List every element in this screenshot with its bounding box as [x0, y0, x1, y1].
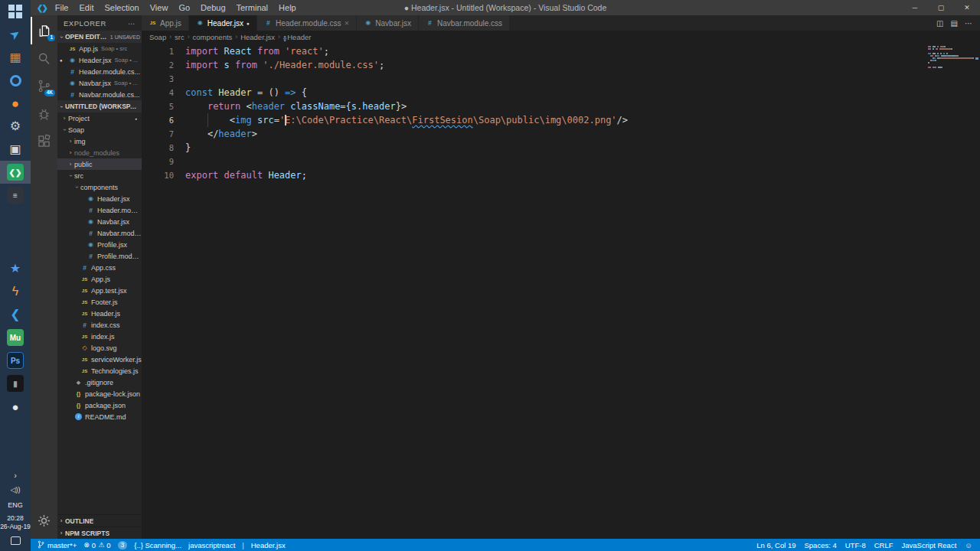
firefox-icon[interactable]: ●	[0, 92, 31, 115]
git-branch-item[interactable]: master*+	[37, 540, 77, 549]
more-actions-icon[interactable]: ⋯	[965, 19, 972, 28]
language-indicator[interactable]: ENG	[0, 497, 31, 512]
tree-item-header-jsx[interactable]: ◉Header.jsx	[57, 193, 142, 204]
tab-navbar-module-css[interactable]: #Navbar.module.css	[419, 15, 510, 31]
tree-item-img[interactable]: ›img	[57, 135, 142, 147]
code-line-10[interactable]: 10export default Header;	[142, 168, 919, 182]
tree-item-technologies-js[interactable]: JSTechnologies.js	[57, 365, 142, 377]
tree-item-node-modules[interactable]: ›node_modules	[57, 147, 142, 158]
tree-item-project[interactable]: ›Project●	[57, 112, 142, 124]
tree-item-app-css[interactable]: #App.css	[57, 262, 142, 273]
menu-view[interactable]: View	[145, 0, 174, 15]
lightning-app-icon[interactable]: ϟ	[0, 280, 31, 303]
tree-item-footer-js[interactable]: JSFooter.js	[57, 296, 142, 308]
tray-expand-icon[interactable]: ›	[0, 468, 31, 483]
layout-icon[interactable]: ▤	[951, 19, 958, 28]
open-editor-item-header-jsx[interactable]: ●◉Header.jsxSoap • ...	[57, 54, 142, 66]
settings-gear-icon[interactable]	[31, 507, 57, 534]
explorer-icon[interactable]: 1	[31, 17, 57, 44]
code-line-4[interactable]: 4const Header = () => {	[142, 86, 919, 99]
tree-item-package-json[interactable]: {}package.json	[57, 399, 142, 411]
problems-item[interactable]: ⊗ 0 ⚠ 0	[83, 541, 110, 549]
code-line-9[interactable]: 9	[142, 155, 919, 168]
npm-scripts-header[interactable]: › NPM SCRIPTS	[57, 527, 142, 539]
code-line-6[interactable]: 6 <img src='E:\Code\Practice\React\First…	[142, 113, 919, 127]
menu-selection[interactable]: Selection	[99, 0, 144, 15]
status-javascript-react[interactable]: JavaScript React	[901, 541, 956, 549]
tree-item-profile-jsx[interactable]: ◉Profile.jsx	[57, 239, 142, 250]
breadcrumb-item-soap[interactable]: Soap	[149, 33, 166, 41]
browser-icon[interactable]	[0, 69, 31, 92]
source-control-icon[interactable]: 4K	[31, 72, 57, 99]
menu-file[interactable]: File	[50, 0, 74, 15]
tree-item-header-module-css[interactable]: #Header.module.css	[57, 204, 142, 216]
tree-item-soap[interactable]: ›Soap	[57, 124, 142, 135]
menu-debug[interactable]: Debug	[195, 0, 230, 15]
tab-app-js[interactable]: JSApp.js	[142, 15, 189, 31]
status-ln-6-col-19[interactable]: Ln 6, Col 19	[756, 541, 795, 549]
tab-header-module-css[interactable]: #Header.module.css✕	[257, 15, 357, 31]
open-editor-item-navbar-jsx[interactable]: ◉Navbar.jsxSoap • ...	[57, 77, 142, 89]
menu-terminal[interactable]: Terminal	[231, 0, 274, 15]
language-mode-item[interactable]: javascriptreact	[188, 541, 235, 549]
mu-editor-icon[interactable]: Mu	[0, 326, 31, 349]
minimap[interactable]	[928, 46, 972, 69]
debug-icon[interactable]	[31, 99, 57, 127]
tree-item-index-js[interactable]: JSindex.js	[57, 331, 142, 342]
status-crlf[interactable]: CRLF	[874, 541, 893, 549]
open-editors-header[interactable]: › OPEN EDITORS 1 UNSAVED	[57, 31, 142, 43]
breadcrumb-item-header-jsx[interactable]: Header.jsx	[240, 33, 275, 41]
tab-header-jsx[interactable]: ◉Header.jsx●	[189, 15, 257, 31]
open-editor-item-app-js[interactable]: JSApp.jsSoap • src	[57, 43, 142, 54]
send-app-icon[interactable]: ➤	[0, 23, 31, 46]
menu-go[interactable]: Go	[173, 0, 195, 15]
tree-item-navbar-jsx[interactable]: ◉Navbar.jsx	[57, 216, 142, 227]
outline-header[interactable]: › OUTLINE	[57, 514, 142, 527]
tree-item-readme-md[interactable]: iREADME.md	[57, 411, 142, 422]
tree-item-header-js[interactable]: JSHeader.js	[57, 308, 142, 319]
open-editor-item-header-module-cs[interactable]: #Header.module.cs...	[57, 66, 142, 77]
clock[interactable]: 20:2826-Aug-19	[0, 512, 31, 533]
grid-app-icon[interactable]: ▦	[0, 46, 31, 69]
code-line-3[interactable]: 3	[142, 72, 919, 86]
split-editor-icon[interactable]: ◫	[936, 19, 943, 28]
vscode-app-icon[interactable]: ❮	[0, 303, 31, 326]
tree-item-serviceworker-js[interactable]: JSserviceWorker.js	[57, 354, 142, 365]
volume-icon[interactable]: ◁))	[0, 483, 31, 497]
menu-help[interactable]: Help	[273, 0, 302, 15]
settings-app-icon[interactable]: ⚙	[0, 115, 31, 138]
notification-count-badge[interactable]: 3	[118, 541, 128, 549]
notification-icon[interactable]	[0, 533, 31, 548]
tree-item-gitignore[interactable]: ◆.gitignore	[57, 377, 142, 388]
active-code-app-icon[interactable]: ❮❯	[0, 161, 31, 184]
tree-item-package-lock-json[interactable]: {}package-lock.json	[57, 388, 142, 399]
maximize-button[interactable]: ▢	[928, 0, 954, 15]
close-button[interactable]: ✕	[954, 0, 980, 15]
photoshop-icon[interactable]: Ps	[0, 349, 31, 372]
terminal-app-icon[interactable]: ≡	[0, 184, 31, 207]
tree-item-app-test-jsx[interactable]: JSApp.test.jsx	[57, 285, 142, 296]
tree-item-app-js[interactable]: JSApp.js	[57, 273, 142, 285]
status-utf-8[interactable]: UTF-8	[845, 541, 866, 549]
code-line-2[interactable]: 2import s from './Header.module.css';	[142, 58, 919, 72]
dark-app-icon[interactable]: ▮	[0, 372, 31, 395]
active-file-item[interactable]: Header.jsx	[251, 541, 286, 549]
breadcrumb-item-components[interactable]: components	[193, 33, 233, 41]
open-editor-item-navbar-module-cs[interactable]: #Navbar.module.cs...	[57, 89, 142, 100]
extensions-icon[interactable]	[31, 127, 57, 155]
code-line-7[interactable]: 7 </header>	[142, 127, 919, 141]
tree-item-src[interactable]: ›src	[57, 170, 142, 181]
tree-item-profile-module-css[interactable]: #Profile.module.css	[57, 250, 142, 262]
breadcrumb-item-header[interactable]: {}Header	[283, 33, 312, 41]
status-spaces-4[interactable]: Spaces: 4	[805, 541, 837, 549]
minimize-button[interactable]: ─	[902, 0, 928, 15]
workspace-header[interactable]: › UNTITLED (WORKSPACE)	[57, 100, 142, 112]
search-icon[interactable]	[31, 44, 57, 72]
tree-item-public[interactable]: ›public	[57, 158, 142, 170]
tab-navbar-jsx[interactable]: ◉Navbar.jsx	[357, 15, 419, 31]
round-app-icon[interactable]: ●	[0, 395, 31, 418]
code-line-8[interactable]: 8}	[142, 141, 919, 155]
feedback-smiley-icon[interactable]: ☺	[965, 541, 972, 549]
tree-item-navbar-module-css[interactable]: #Navbar.module.css	[57, 227, 142, 239]
star-app-icon[interactable]: ★	[0, 257, 31, 280]
